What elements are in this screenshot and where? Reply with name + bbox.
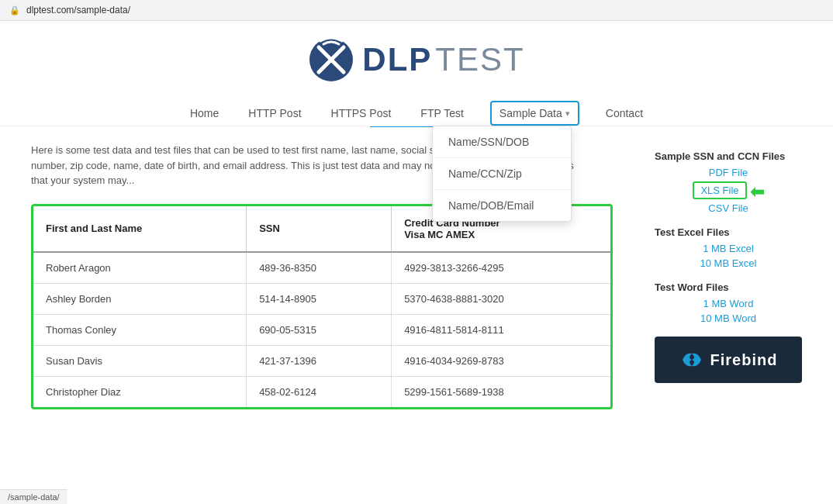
cell-cc-4: 5299-1561-5689-1938 (392, 376, 610, 407)
logo-dlp: DLP (362, 41, 432, 78)
pdf-file-link[interactable]: PDF File (655, 167, 802, 178)
excel-10mb-link[interactable]: 10 MB Excel (655, 257, 802, 269)
word-title: Test Word Files (655, 281, 802, 293)
excel-1mb-link[interactable]: 1 MB Excel (655, 243, 802, 254)
lock-icon: 🔒 (9, 5, 20, 16)
ssn-ccn-section: Sample SSN and CCN Files PDF File XLS Fi… (655, 150, 802, 214)
cell-ssn-0: 489-36-8350 (247, 252, 392, 284)
word-1mb-link[interactable]: 1 MB Word (655, 298, 802, 309)
logo-text: DLP TEST (362, 41, 524, 78)
excel-section: Test Excel Files 1 MB Excel 10 MB Excel (655, 226, 802, 269)
cell-cc-0: 4929-3813-3266-4295 (392, 252, 610, 284)
cell-ssn-4: 458-02-6124 (247, 376, 392, 407)
word-section: Test Word Files 1 MB Word 10 MB Word (655, 281, 802, 324)
data-table: First and Last Name SSN Credit Card Numb… (33, 206, 610, 407)
cell-ssn-3: 421-37-1396 (247, 345, 392, 376)
table-body: Robert Aragon 489-36-8350 4929-3813-3266… (33, 252, 610, 407)
cell-name-4: Christopher Diaz (33, 376, 247, 407)
csv-file-link[interactable]: CSV File (655, 202, 802, 214)
ssn-ccn-links: PDF File XLS File ⬅ CSV File (655, 167, 802, 214)
table-row: Ashley Borden 514-14-8905 5370-4638-8881… (33, 283, 610, 314)
table-row: Thomas Conley 690-05-5315 4916-4811-5814… (33, 314, 610, 345)
logo-test: TEST (435, 41, 524, 78)
table-row: Susan Davis 421-37-1396 4916-4034-9269-8… (33, 345, 610, 376)
cell-ssn-1: 514-14-8905 (247, 283, 392, 314)
excel-title: Test Excel Files (655, 226, 802, 238)
firebind-banner[interactable]: Firebind (655, 337, 802, 383)
nav-http-post[interactable]: HTTP Post (245, 101, 304, 126)
cell-cc-1: 5370-4638-8881-3020 (392, 283, 610, 314)
right-sidebar: Sample SSN and CCN Files PDF File XLS Fi… (655, 143, 802, 409)
sample-data-dropdown: Name/SSN/DOB Name/CCN/Zip Name/DOB/Email (432, 126, 572, 222)
col-header-ssn: SSN (247, 206, 392, 252)
cell-name-2: Thomas Conley (33, 314, 247, 345)
col-header-name: First and Last Name (33, 206, 247, 252)
url-text: dlptest.com/sample-data/ (26, 5, 130, 16)
logo-container: DLP TEST (308, 36, 524, 83)
ssn-ccn-title: Sample SSN and CCN Files (655, 150, 802, 162)
status-url: /sample-data/ (8, 492, 60, 502)
data-table-wrapper: First and Last Name SSN Credit Card Numb… (31, 204, 613, 409)
excel-links: 1 MB Excel 10 MB Excel (655, 243, 802, 269)
nav-contact[interactable]: Contact (603, 101, 646, 126)
dropdown-arrow-icon: ▾ (565, 109, 570, 119)
word-10mb-link[interactable]: 10 MB Word (655, 312, 802, 324)
cell-cc-2: 4916-4811-5814-8111 (392, 314, 610, 345)
site-header: DLP TEST (0, 21, 833, 93)
green-arrow-icon: ⬅ (750, 182, 764, 202)
xls-arrow-group: XLS File ⬅ (693, 181, 763, 202)
word-links: 1 MB Word 10 MB Word (655, 298, 802, 324)
table-row: Christopher Diaz 458-02-6124 5299-1561-5… (33, 376, 610, 407)
firebind-text: Firebind (710, 351, 778, 369)
table-row: Robert Aragon 489-36-8350 4929-3813-3266… (33, 252, 610, 284)
logo-icon (308, 36, 354, 83)
cell-cc-3: 4916-4034-9269-8783 (392, 345, 610, 376)
nav-home[interactable]: Home (187, 101, 222, 126)
main-nav: Home HTTP Post HTTPS Post FTP Test Sampl… (0, 93, 833, 126)
cell-name-0: Robert Aragon (33, 252, 247, 284)
main-content: Here is some test data and test files th… (0, 127, 833, 425)
cell-name-1: Ashley Borden (33, 283, 247, 314)
nav-sample-data[interactable]: Sample Data ▾ (490, 101, 579, 126)
cell-ssn-2: 690-05-5315 (247, 314, 392, 345)
nav-ftp-test[interactable]: FTP Test (417, 101, 467, 126)
nav-https-post[interactable]: HTTPS Post (328, 101, 395, 126)
xls-file-link[interactable]: XLS File (693, 181, 746, 199)
dropdown-name-dob-email[interactable]: Name/DOB/Email (433, 190, 571, 221)
status-bar: /sample-data/ (0, 489, 67, 504)
cell-name-3: Susan Davis (33, 345, 247, 376)
dropdown-name-ccn-zip[interactable]: Name/CCN/Zip (433, 158, 571, 190)
dropdown-name-ssn-dob[interactable]: Name/SSN/DOB (433, 126, 571, 158)
browser-bar: 🔒 dlptest.com/sample-data/ (0, 0, 833, 21)
firebind-logo-icon (679, 347, 704, 372)
